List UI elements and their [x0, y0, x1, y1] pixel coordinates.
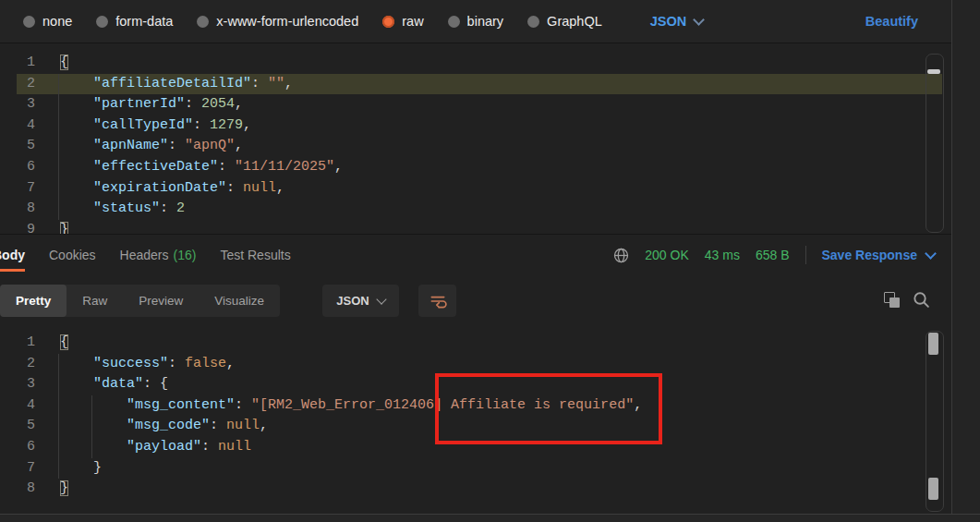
line-number: 9 — [0, 220, 35, 234]
code-content: { — [35, 53, 951, 74]
headers-count-badge: (16) — [174, 248, 197, 262]
raw-language-select[interactable]: JSON — [650, 14, 704, 29]
tab-headers[interactable]: Headers(16) — [120, 235, 197, 275]
code-content: "affiliateDetailId": "", — [35, 74, 951, 95]
radio-graphql[interactable]: GraphQL — [527, 14, 602, 29]
code-token: "partnerId" — [93, 96, 185, 112]
tab-body[interactable]: Body — [0, 235, 25, 275]
code-token: : — [168, 356, 185, 371]
response-language-select[interactable]: JSON — [322, 285, 399, 317]
view-tab-visualize[interactable]: Visualize — [199, 285, 280, 317]
wrap-text-button[interactable] — [418, 285, 456, 317]
code-token — [60, 376, 93, 392]
line-number: 7 — [0, 178, 35, 200]
radio-x-www-form-urlencoded[interactable]: x-www-form-urlencoded — [197, 14, 358, 29]
radio-circle-icon — [527, 16, 539, 28]
indent-guide — [58, 136, 59, 157]
radio-raw[interactable]: raw — [382, 14, 423, 29]
code-token: : — [193, 117, 210, 133]
response-toolbar: PrettyRawPreviewVisualize JSON — [0, 275, 951, 325]
line-number: 1 — [0, 333, 35, 354]
line-number: 2 — [0, 74, 35, 95]
code-token: , — [276, 180, 284, 196]
code-token: : — [168, 138, 185, 153]
code-token — [60, 96, 93, 112]
indent-guide — [91, 416, 92, 437]
view-tab-preview[interactable]: Preview — [123, 285, 199, 317]
line-number: 1 — [0, 53, 35, 74]
code-token: : — [210, 418, 226, 433]
tab-cookies[interactable]: Cookies — [49, 235, 96, 275]
request-body-editor[interactable]: 1{2 "affiliateDetailId": "",3 "partnerId… — [0, 43, 951, 234]
radio-circle-icon — [197, 16, 209, 28]
bottom-scroll-strip[interactable] — [0, 514, 980, 522]
line-number: 8 — [0, 199, 35, 220]
line-number: 6 — [0, 437, 35, 458]
code-token: "affiliateDetailId" — [93, 76, 251, 91]
response-scrollbar-thumb[interactable] — [928, 478, 938, 500]
radio-none[interactable]: none — [23, 14, 72, 29]
code-token: "callTypeId" — [93, 117, 193, 133]
indent-guide — [58, 416, 59, 437]
line-number: 7 — [0, 458, 35, 480]
line-number: 4 — [0, 395, 35, 417]
code-line: 9} — [0, 220, 951, 234]
raw-language-label: JSON — [650, 14, 687, 29]
code-token: : — [218, 159, 235, 175]
copy-icon[interactable] — [884, 292, 901, 309]
error-annotation-box — [435, 373, 662, 444]
line-number: 8 — [0, 479, 35, 500]
save-response-label: Save Response — [822, 248, 918, 262]
app-right-gutter — [952, 0, 980, 514]
code-token: , — [243, 117, 251, 133]
code-token: "" — [268, 76, 284, 91]
code-token: : — [160, 200, 176, 216]
indent-guide — [58, 178, 59, 200]
radio-binary[interactable]: binary — [448, 14, 504, 29]
tab-label: Cookies — [49, 248, 96, 262]
code-token: } — [93, 460, 102, 476]
code-token — [60, 418, 127, 433]
code-content: } — [35, 458, 951, 480]
line-number: 3 — [0, 374, 35, 395]
code-token: , — [235, 138, 243, 153]
radio-circle-icon — [448, 16, 460, 28]
code-line: 1{ — [0, 53, 951, 74]
code-line: 3 "partnerId": 2054, — [0, 94, 951, 115]
chevron-down-icon — [925, 248, 937, 260]
indent-guide — [58, 437, 59, 458]
tab-label: Test Results — [220, 248, 290, 262]
save-response-button[interactable]: Save Response — [822, 248, 936, 262]
radio-label: none — [42, 14, 72, 29]
code-token — [60, 460, 93, 476]
radio-form-data[interactable]: form-data — [96, 14, 173, 29]
radio-label: x-www-form-urlencoded — [216, 14, 358, 29]
code-token — [60, 180, 93, 196]
code-token — [60, 76, 93, 91]
view-tab-raw[interactable]: Raw — [67, 285, 123, 317]
response-scrollbar-thumb[interactable] — [928, 333, 938, 355]
code-token: "payload" — [127, 439, 201, 455]
tab-test-results[interactable]: Test Results — [220, 235, 290, 275]
request-scrollbar-track[interactable] — [926, 54, 944, 233]
code-token: } — [60, 480, 68, 496]
code-content: "apnName": "apnQ", — [35, 136, 951, 157]
code-token — [60, 439, 127, 455]
code-token: "apnName" — [93, 138, 168, 153]
code-token: "expirationDate" — [93, 180, 226, 196]
code-token: : — [143, 376, 160, 392]
view-tab-pretty[interactable]: Pretty — [0, 285, 67, 317]
line-number: 3 — [0, 94, 35, 115]
code-content: "status": 2 — [35, 199, 951, 220]
code-token: "status" — [93, 200, 160, 216]
request-scrollbar-thumb[interactable] — [927, 69, 940, 74]
code-line: 7 "expirationDate": null, — [0, 178, 951, 200]
response-size: 658 B — [756, 248, 790, 262]
response-time: 43 ms — [705, 248, 740, 262]
code-token — [60, 117, 93, 133]
beautify-link[interactable]: Beautify — [865, 14, 918, 29]
search-icon[interactable] — [913, 291, 930, 309]
code-token: "apnQ" — [185, 138, 235, 153]
response-body-editor[interactable]: 1{2 "success": false,3 "data": {4 "msg_c… — [0, 325, 951, 514]
code-token: null — [218, 439, 251, 455]
